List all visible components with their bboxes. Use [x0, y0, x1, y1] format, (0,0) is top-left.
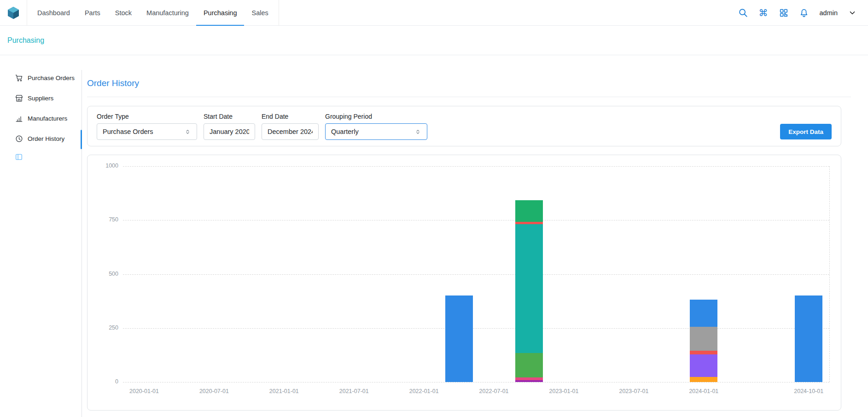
title-divider: [87, 97, 851, 97]
y-axis-tick-label: 750: [87, 216, 118, 223]
y-axis-tick-label: 1000: [87, 162, 118, 169]
order-history-chart-card: 025050075010002020-01-012020-07-012021-0…: [87, 155, 841, 411]
order-type-field: Order Type Purchase Orders: [97, 113, 197, 140]
x-axis-tick-label: 2022-07-01: [466, 388, 522, 394]
x-axis-tick-label: 2020-07-01: [186, 388, 242, 394]
tab-parts[interactable]: Parts: [77, 0, 108, 26]
sidebar-collapse-button[interactable]: [15, 153, 23, 161]
export-data-button[interactable]: Export Data: [780, 124, 832, 139]
qr-scan-icon[interactable]: [778, 7, 789, 18]
order-history-chart: 025050075010002020-01-012020-07-012021-0…: [87, 155, 841, 410]
x-axis-tick-label: 2021-01-01: [256, 388, 312, 394]
sidebar-active-indicator: [81, 130, 82, 149]
tab-stock[interactable]: Stock: [108, 0, 139, 26]
bar-segment-blue[interactable]: [795, 295, 822, 382]
purchasing-sidebar: Purchase Orders Suppliers Manufacturers …: [15, 68, 81, 149]
filters-card: Order Type Purchase Orders Start Date En…: [87, 106, 841, 146]
sidebar-item-suppliers[interactable]: Suppliers: [15, 88, 81, 108]
select-chevrons-icon: [184, 128, 191, 135]
top-navbar: Dashboard Parts Stock Manufacturing Purc…: [0, 0, 868, 26]
grouping-period-select[interactable]: Quarterly: [325, 123, 427, 140]
bar-segment-red[interactable]: [515, 222, 543, 224]
start-date-field: Start Date: [204, 113, 255, 140]
start-date-input[interactable]: [204, 123, 255, 140]
bar-segment-green-2[interactable]: [515, 200, 543, 222]
start-date-label: Start Date: [204, 113, 255, 120]
sidebar-item-label: Order History: [28, 135, 64, 142]
bar-segment-blue[interactable]: [445, 295, 473, 382]
page-title: Order History: [87, 78, 851, 88]
bar-segment-green[interactable]: [515, 353, 543, 377]
bar-segment-red[interactable]: [690, 351, 717, 354]
gridline: [123, 166, 829, 167]
username-label[interactable]: admin: [820, 9, 838, 17]
bar-segment-pink[interactable]: [515, 377, 543, 381]
grouping-period-label: Grouping Period: [325, 113, 427, 120]
logo-cube-icon: [6, 6, 21, 20]
storefront-icon: [15, 94, 23, 103]
sidebar-item-manufacturers[interactable]: Manufacturers: [15, 108, 81, 128]
grouping-period-field: Grouping Period Quarterly: [325, 113, 427, 140]
x-axis-tick-label: 2021-07-01: [326, 388, 382, 394]
notifications-bell-icon[interactable]: [798, 7, 810, 18]
bar-segment-teal[interactable]: [515, 224, 543, 353]
gridline: [123, 328, 829, 329]
history-icon: [15, 134, 23, 143]
x-axis-tick-label: 2023-01-01: [536, 388, 592, 394]
sidebar-item-label: Manufacturers: [28, 115, 67, 122]
bar-segment-purple[interactable]: [515, 380, 543, 382]
gridline: [123, 220, 829, 220]
order-type-value: Purchase Orders: [103, 128, 153, 135]
order-history-panel: Order History Order Type Purchase Orders…: [87, 74, 851, 411]
bar-segment-orange[interactable]: [690, 377, 717, 382]
order-type-label: Order Type: [97, 113, 197, 120]
breadcrumb-purchasing[interactable]: Purchasing: [7, 36, 44, 45]
sidebar-item-label: Purchase Orders: [28, 75, 75, 81]
sidebar-item-label: Suppliers: [28, 95, 53, 102]
x-axis-tick-label: 2022-01-01: [396, 388, 452, 394]
chart-icon: [15, 114, 23, 123]
bar-segment-violet[interactable]: [690, 354, 717, 377]
select-chevrons-icon: [414, 128, 421, 135]
grouping-period-value: Quarterly: [331, 128, 359, 135]
bar-segment-blue[interactable]: [690, 300, 717, 327]
x-axis-tick-label: 2024-10-01: [781, 388, 836, 394]
x-axis-tick-label: 2024-01-01: [676, 388, 731, 394]
y-axis-tick-label: 250: [87, 324, 118, 331]
main-tabs: Dashboard Parts Stock Manufacturing Purc…: [27, 0, 279, 26]
x-axis-tick-label: 2020-01-01: [117, 388, 172, 394]
cart-icon: [15, 74, 23, 82]
navbar-actions: ⌘ admin: [738, 7, 868, 18]
sidebar-toggle-icon: [15, 153, 23, 161]
end-date-input[interactable]: [262, 123, 319, 140]
end-date-field: End Date: [262, 113, 319, 140]
command-palette-icon[interactable]: ⌘: [758, 7, 769, 18]
sidebar-item-purchase-orders[interactable]: Purchase Orders: [15, 68, 81, 88]
end-date-label: End Date: [262, 113, 319, 120]
plot-right-border: [829, 166, 830, 382]
sidebar-item-order-history[interactable]: Order History: [15, 128, 81, 149]
gridline: [123, 274, 829, 275]
tab-dashboard[interactable]: Dashboard: [30, 0, 77, 26]
bar-segment-gray[interactable]: [690, 327, 717, 351]
y-axis-tick-label: 500: [87, 271, 118, 277]
gridline: [123, 382, 829, 382]
tab-purchasing[interactable]: Purchasing: [196, 0, 245, 26]
order-type-select[interactable]: Purchase Orders: [97, 123, 197, 140]
app-logo[interactable]: [0, 6, 27, 20]
breadcrumb-bar: Purchasing: [0, 26, 868, 55]
sidebar-divider: [82, 70, 82, 417]
y-axis-tick-label: 0: [87, 378, 118, 385]
user-menu-chevron-icon[interactable]: [847, 7, 858, 18]
tab-sales[interactable]: Sales: [244, 0, 275, 26]
search-icon[interactable]: [738, 7, 749, 18]
x-axis-tick-label: 2023-07-01: [606, 388, 661, 394]
tab-manufacturing[interactable]: Manufacturing: [139, 0, 196, 26]
